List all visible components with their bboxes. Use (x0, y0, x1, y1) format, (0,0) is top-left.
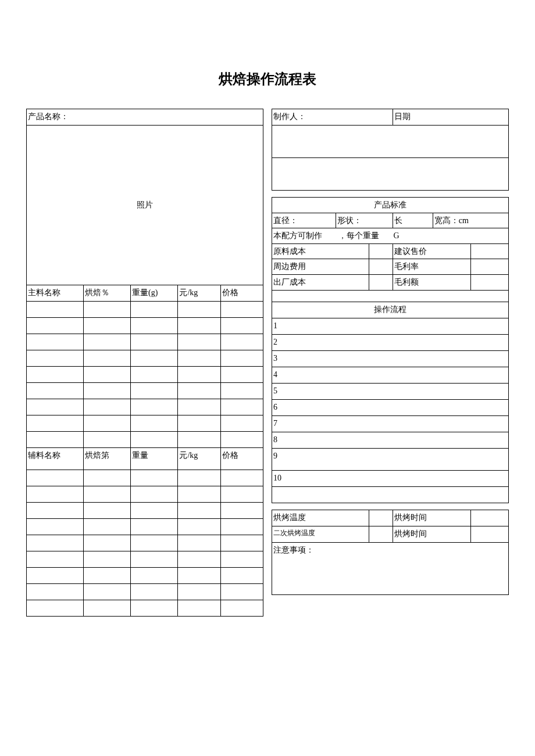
spacer (272, 191, 509, 198)
gross-rate-value (470, 259, 508, 275)
process-header: 操作流程 (272, 302, 509, 318)
aux-header-1: 烘焙第 (83, 448, 130, 470)
periph-cost-value (369, 259, 393, 275)
blank-row (272, 126, 509, 158)
bake-temp-label: 烘烤温度 (272, 510, 369, 526)
aux-header-4: 价格 (220, 448, 263, 470)
photo-cell: 照片 (27, 126, 263, 285)
second-bake-time-label: 烘烤时间 (393, 526, 470, 542)
table-row (27, 399, 263, 415)
table-row (27, 383, 263, 399)
main-header-1: 烘焙％ (83, 285, 130, 302)
aux-header-2: 重量 (131, 448, 178, 470)
step-9: 9 (272, 448, 509, 470)
length-label: 长 (393, 213, 433, 228)
main-header-3: 元/kg (178, 285, 220, 302)
step-3: 3 (272, 350, 509, 367)
table-row (27, 503, 263, 519)
table-row (27, 470, 263, 486)
bake-temp-value (369, 510, 393, 526)
table-row (27, 568, 263, 584)
diameter-label: 直径： (272, 213, 336, 228)
main-header-2: 重量(g) (131, 285, 178, 302)
raw-cost-label: 原料成本 (272, 243, 369, 259)
producer-label: 制作人： (272, 109, 393, 126)
blank-row (272, 158, 509, 191)
step-7: 7 (272, 415, 509, 432)
main-header-row: 主料名称 烘焙％ 重量(g) 元/kg 价格 (27, 285, 263, 302)
right-table: 制作人： 日期 产品标准 直径： 形状： 长 宽高：cm 本配方可制作 ，每个重… (272, 109, 509, 595)
suggest-price-label: 建议售价 (393, 243, 470, 259)
step-4: 4 (272, 367, 509, 383)
second-bake-temp-value (369, 526, 393, 542)
gross-rate-label: 毛利率 (393, 259, 470, 275)
step-2: 2 (272, 334, 509, 350)
left-column: 产品名称： 照片 主料名称 烘焙％ 重量(g) 元/kg 价格 辅料名称 烘焙第… (26, 109, 263, 617)
table-row (27, 584, 263, 600)
recipe-row: 本配方可制作 ，每个重量 G (272, 228, 509, 244)
table-row (27, 600, 263, 617)
width-label: 宽高：cm (433, 213, 508, 228)
step-1: 1 (272, 318, 509, 334)
table-row (27, 334, 263, 350)
bake-time-value (470, 510, 508, 526)
gross-amount-value (470, 274, 508, 290)
aux-header-row: 辅料名称 烘焙第 重量 元/kg 价格 (27, 448, 263, 470)
recipe-mid: ，每个重量 (338, 231, 379, 240)
second-bake-temp-label: 二次烘烤温度 (272, 526, 369, 542)
step-8: 8 (272, 432, 509, 448)
spacer (272, 503, 509, 510)
table-row (27, 535, 263, 551)
step-5: 5 (272, 383, 509, 399)
bake-time-label: 烘烤时间 (393, 510, 470, 526)
table-row (27, 318, 263, 334)
table-row (27, 519, 263, 535)
gross-amount-label: 毛利额 (393, 274, 470, 290)
factory-cost-label: 出厂成本 (272, 274, 369, 290)
document-title: 烘焙操作流程表 (26, 70, 509, 88)
product-name-label: 产品名称： (27, 109, 263, 126)
right-column: 制作人： 日期 产品标准 直径： 形状： 长 宽高：cm 本配方可制作 ，每个重… (272, 109, 509, 617)
table-row (27, 367, 263, 383)
table-row (27, 486, 263, 503)
table-row (27, 350, 263, 367)
date-label: 日期 (393, 109, 508, 126)
aux-header-3: 元/kg (178, 448, 220, 470)
table-row (27, 432, 263, 448)
shape-label: 形状： (336, 213, 393, 228)
step-6: 6 (272, 399, 509, 415)
main-header-4: 价格 (220, 285, 263, 302)
step-10: 10 (272, 470, 509, 486)
table-row (27, 415, 263, 432)
blank-row (272, 486, 509, 503)
second-bake-time-value (470, 526, 508, 542)
blank-row (272, 290, 509, 302)
aux-header-0: 辅料名称 (27, 448, 84, 470)
form-container: 产品名称： 照片 主料名称 烘焙％ 重量(g) 元/kg 价格 辅料名称 烘焙第… (26, 109, 509, 617)
recipe-prefix: 本配方可制作 (273, 231, 322, 240)
table-row (27, 302, 263, 318)
main-header-0: 主料名称 (27, 285, 84, 302)
suggest-price-value (470, 243, 508, 259)
recipe-suffix: G (394, 231, 400, 240)
factory-cost-value (369, 274, 393, 290)
left-table: 产品名称： 照片 主料名称 烘焙％ 重量(g) 元/kg 价格 辅料名称 烘焙第… (26, 109, 263, 617)
notes-label: 注意事项： (272, 542, 509, 594)
table-row (27, 551, 263, 568)
raw-cost-value (369, 243, 393, 259)
periph-cost-label: 周边费用 (272, 259, 369, 275)
standard-header: 产品标准 (272, 198, 509, 213)
